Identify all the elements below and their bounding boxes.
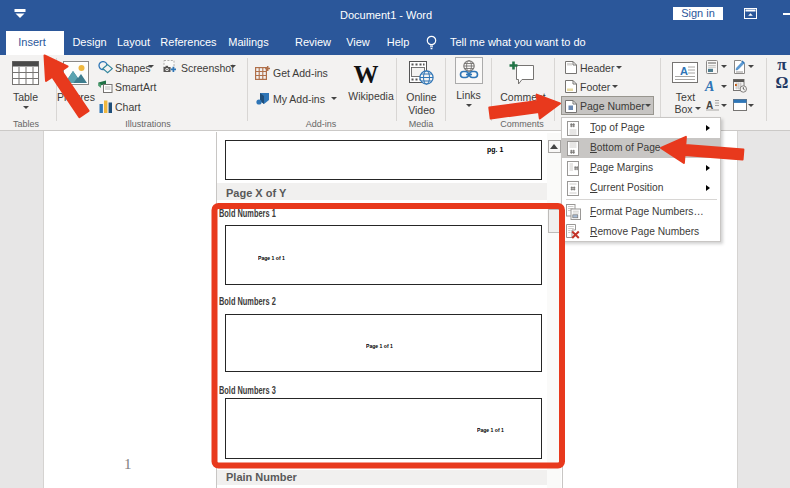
svg-text:A: A bbox=[706, 100, 713, 111]
svg-text:A: A bbox=[680, 65, 688, 77]
